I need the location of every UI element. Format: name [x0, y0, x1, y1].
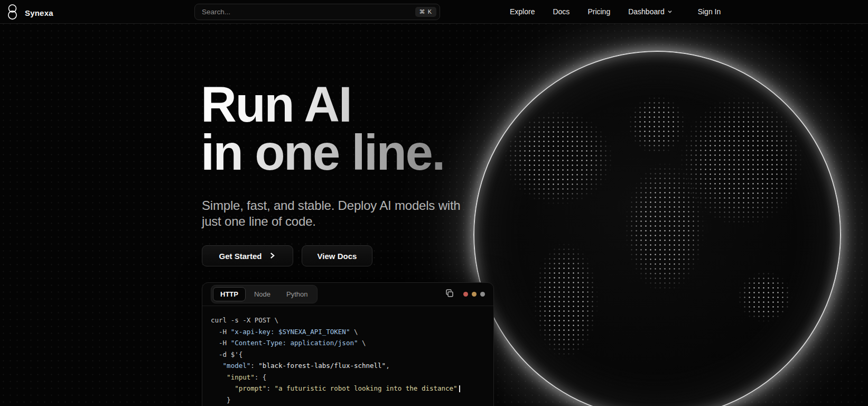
globe-continent-dots [503, 110, 613, 206]
hero-subtitle: Simple, fast, and stable. Deploy AI mode… [202, 198, 477, 229]
code-line: -H "Content-Type: application/json" \ [211, 337, 485, 349]
code-segment: \ [350, 328, 358, 336]
search-box[interactable]: ⌘ K [194, 4, 440, 20]
nav-link-pricing[interactable]: Pricing [587, 7, 610, 16]
synexa-logo-icon [5, 4, 20, 22]
code-segment: curl -s -X POST \ [211, 316, 278, 324]
code-segment: -d $'{ [211, 350, 242, 358]
code-block[interactable]: curl -s -X POST \ -H "x-api-key: $SYNEXA… [202, 306, 493, 405]
code-panel-controls [444, 288, 485, 300]
nav-link-label: Pricing [587, 7, 610, 16]
get-started-label: Get Started [219, 252, 262, 261]
window-dots [463, 292, 485, 297]
code-segment [211, 373, 227, 381]
globe-continent-dots [628, 96, 687, 154]
view-docs-label: View Docs [318, 252, 357, 261]
globe-continent-dots [738, 271, 792, 322]
code-segment: "model" [223, 362, 251, 370]
code-segment: "input" [227, 373, 255, 381]
code-segment [211, 362, 223, 370]
top-navbar: Synexa ⌘ K ExploreDocsPricingDashboardSi… [0, 0, 868, 24]
code-segment: : [250, 362, 258, 370]
nav-link-label: Dashboard [628, 7, 665, 16]
code-line: "model": "black-forest-labs/flux-schnell… [211, 360, 485, 372]
code-tabs: HTTPNodePython [211, 285, 318, 303]
code-segment: "Content-Type: application/json" [231, 339, 358, 347]
code-segment: "x-api-key: $SYNEXA_API_TOKEN" [231, 328, 350, 336]
code-segment: "a futuristic robot looking into the dis… [274, 384, 457, 392]
window-dot-1 [472, 292, 477, 297]
text-cursor [459, 385, 460, 392]
copy-code-button[interactable] [444, 288, 455, 300]
window-dot-2 [480, 292, 485, 297]
tab-python[interactable]: Python [279, 287, 315, 301]
code-line: "input": { [211, 372, 485, 383]
nav-links: ExploreDocsPricingDashboardSign In [510, 0, 721, 23]
code-segment: : [266, 384, 274, 392]
tab-http[interactable]: HTTP [213, 287, 246, 301]
code-panel-header: HTTPNodePython [202, 283, 493, 306]
code-line: "prompt": "a futuristic robot looking in… [211, 383, 485, 394]
dotted-globe-graphic [473, 51, 841, 406]
search-input[interactable] [202, 8, 415, 16]
globe-continent-dots [533, 242, 599, 359]
code-segment: } [211, 396, 231, 404]
code-segment: , [386, 362, 390, 370]
code-segment: \ [358, 339, 366, 347]
code-segment [211, 384, 235, 392]
code-line: -d $'{ [211, 349, 485, 361]
nav-link-label: Sign In [698, 7, 721, 16]
code-segment: -H [211, 328, 231, 336]
brand[interactable]: Synexa [5, 4, 53, 22]
code-segment: "black-forest-labs/flux-schnell" [258, 362, 386, 370]
window-dot-0 [463, 292, 468, 297]
brand-name: Synexa [25, 8, 53, 17]
nav-link-label: Docs [553, 7, 570, 16]
code-segment: : { [255, 373, 267, 381]
code-line: curl -s -X POST \ [211, 315, 485, 326]
chevron-down-icon [667, 7, 673, 16]
nav-link-explore[interactable]: Explore [510, 7, 535, 16]
code-segment: -H [211, 339, 231, 347]
code-line: -H "x-api-key: $SYNEXA_API_TOKEN" \ [211, 326, 485, 338]
nav-link-sign-in[interactable]: Sign In [698, 7, 721, 16]
view-docs-button[interactable]: View Docs [302, 245, 372, 266]
hero-title: Run AI in one line. [201, 80, 444, 177]
code-line: } [211, 394, 485, 406]
cta-row: Get Started View Docs [202, 245, 372, 266]
nav-link-dashboard[interactable]: Dashboard [628, 7, 673, 16]
search-shortcut-badge: ⌘ K [415, 7, 436, 17]
code-segment: "prompt" [235, 384, 266, 392]
get-started-button[interactable]: Get Started [202, 245, 293, 266]
copy-icon [445, 289, 454, 299]
tab-node[interactable]: Node [247, 287, 278, 301]
code-panel: HTTPNodePython curl -s -X POST \ -H "x-a… [202, 282, 494, 406]
nav-link-label: Explore [510, 7, 535, 16]
arrow-right-icon [269, 252, 276, 261]
hero-title-line1: Run AI [201, 80, 444, 128]
nav-link-docs[interactable]: Docs [553, 7, 570, 16]
hero-title-line2: in one line. [201, 128, 444, 177]
